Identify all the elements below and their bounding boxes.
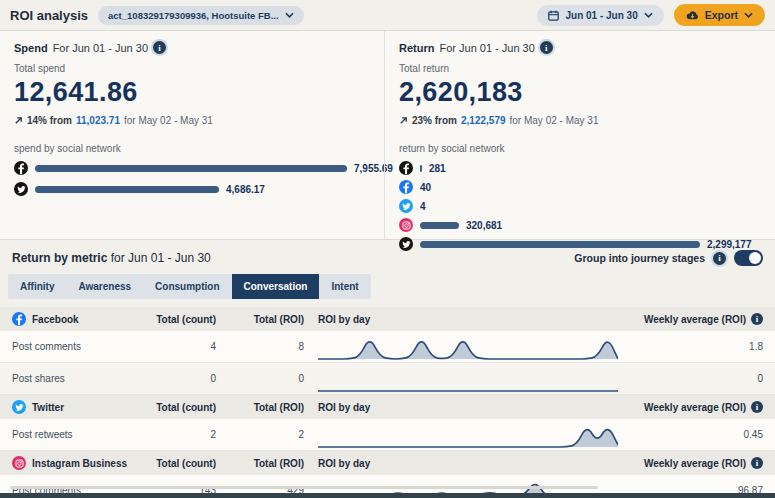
- section-header-instagram-business: Instagram BusinessTotal (count)Total (RO…: [0, 451, 775, 475]
- instagram-icon: [399, 218, 413, 232]
- toggle-knob: [749, 252, 761, 264]
- export-label: Export: [705, 9, 738, 21]
- trend-up-icon: [399, 116, 408, 125]
- network-bar-value: 320,681: [466, 220, 502, 231]
- total-spend-label: Total spend: [14, 63, 370, 74]
- metrics-table: FacebookTotal (count)Total (ROI)ROI by d…: [0, 307, 775, 498]
- metric-weekly-average: 0.45: [634, 429, 775, 440]
- metric-name: Post retweets: [0, 429, 128, 440]
- date-range-label: Jun 01 - Jun 30: [565, 10, 637, 21]
- col-weekly-average: Weekly average (ROI)i: [634, 401, 775, 413]
- return-change-period: for May 02 - May 31: [510, 115, 599, 126]
- weekly-average-label: Weekly average (ROI): [644, 458, 746, 469]
- spend-subtitle: For Jun 01 - Jun 30: [53, 42, 148, 54]
- section-header-facebook: FacebookTotal (count)Total (ROI)ROI by d…: [0, 307, 775, 331]
- calendar-icon: [548, 10, 559, 21]
- horizontal-scrollbar[interactable]: [10, 486, 598, 489]
- tab-affinity[interactable]: Affinity: [8, 274, 66, 299]
- spend-previous-value-link[interactable]: 11,023.71: [76, 115, 120, 126]
- network-label: Twitter: [32, 402, 64, 413]
- info-icon[interactable]: i: [153, 41, 166, 54]
- col-total-roi: Total (ROI): [216, 458, 304, 469]
- col-total-roi: Total (ROI): [216, 314, 304, 325]
- metric-sparkline-cell: [304, 364, 634, 394]
- total-return-label: Total return: [399, 63, 761, 74]
- col-weekly-average: Weekly average (ROI)i: [634, 313, 775, 325]
- metric-roi: 0: [216, 373, 304, 384]
- network-bar-value: 2,299,177: [707, 239, 752, 250]
- window-bottom-edge: [0, 493, 775, 498]
- network-bar-row: 320,681: [399, 218, 761, 232]
- return-panel-title: Return For Jun 01 - Jun 30 i: [399, 41, 761, 54]
- col-total-roi: Total (ROI): [216, 402, 304, 413]
- network-label: Facebook: [32, 314, 79, 325]
- summary-panels: Spend For Jun 01 - Jun 30 i Total spend …: [0, 31, 775, 240]
- return-change-line: 23% from 2,122,579 for May 02 - May 31: [399, 115, 761, 126]
- spend-panel-title: Spend For Jun 01 - Jun 30 i: [14, 41, 370, 54]
- chevron-down-icon: [285, 12, 294, 18]
- roi-by-day-sparkline: [318, 420, 618, 450]
- facebook-dark-icon: [399, 161, 413, 175]
- ad-account-dropdown[interactable]: act_108329179309936, Hootsuite FB...: [98, 6, 304, 25]
- info-icon[interactable]: i: [751, 457, 763, 469]
- col-weekly-average: Weekly average (ROI)i: [634, 457, 775, 469]
- export-button[interactable]: Export: [674, 4, 765, 26]
- info-icon[interactable]: i: [540, 41, 553, 54]
- metric-name: Post shares: [0, 373, 128, 384]
- spend-by-network-chart: 7,955.694,686.17: [14, 161, 370, 196]
- col-total-count: Total (count): [128, 458, 216, 469]
- ad-account-label: act_108329179309936, Hootsuite FB...: [108, 10, 279, 21]
- twitter-dark-icon: [14, 182, 28, 196]
- twitter-dark-icon: [399, 237, 413, 251]
- network-bar: [420, 165, 422, 172]
- table-row-post-retweets: Post retweets220.45: [0, 419, 775, 451]
- table-row-post-shares: Post shares000: [0, 363, 775, 395]
- page-title: ROI analysis: [10, 8, 88, 23]
- spend-panel: Spend For Jun 01 - Jun 30 i Total spend …: [0, 31, 384, 239]
- total-spend-value: 12,641.86: [14, 77, 370, 108]
- journey-stages-toggle[interactable]: [734, 250, 763, 266]
- network-bar-row: 4,686.17: [14, 182, 370, 196]
- twitter-icon: [12, 400, 26, 414]
- facebook-icon: [399, 180, 413, 194]
- metric-name: Post comments: [0, 341, 128, 352]
- col-roi-by-day: ROI by day: [304, 402, 634, 413]
- info-icon[interactable]: i: [751, 401, 763, 413]
- date-range-picker[interactable]: Jun 01 - Jun 30: [537, 5, 663, 26]
- return-by-metric-section: Return by metric for Jun 01 - Jun 30 Gro…: [0, 240, 775, 498]
- tab-awareness[interactable]: Awareness: [66, 274, 143, 299]
- network-bar-value: 4,686.17: [226, 184, 265, 195]
- return-title: Return: [399, 42, 434, 54]
- tab-conversation[interactable]: Conversation: [232, 274, 320, 299]
- info-icon[interactable]: i: [751, 313, 763, 325]
- top-bar: ROI analysis act_108329179309936, Hootsu…: [0, 0, 775, 31]
- metric-count: 4: [128, 341, 216, 352]
- chevron-down-icon: [744, 12, 753, 18]
- weekly-average-label: Weekly average (ROI): [644, 402, 746, 413]
- metrics-subtitle: for Jun 01 - Jun 30: [111, 251, 211, 265]
- metric-weekly-average: 1.8: [634, 341, 775, 352]
- metrics-title-text: Return by metric: [12, 251, 107, 265]
- tab-consumption[interactable]: Consumption: [143, 274, 231, 299]
- return-bars-label: return by social network: [399, 143, 761, 154]
- journey-stages-label: Group into journey stages: [574, 252, 705, 264]
- trend-up-icon: [14, 116, 23, 125]
- network-bar-value: 281: [429, 163, 446, 174]
- spend-change-period: for May 02 - May 31: [124, 115, 213, 126]
- network-bar-value: 40: [420, 182, 431, 193]
- network-bar-value: 4: [420, 201, 426, 212]
- spend-change-line: 14% from 11,023.71 for May 02 - May 31: [14, 115, 370, 126]
- info-icon[interactable]: i: [713, 252, 726, 265]
- weekly-average-label: Weekly average (ROI): [644, 314, 746, 325]
- export-cloud-icon: [686, 10, 699, 21]
- return-previous-value-link[interactable]: 2,122,579: [461, 115, 506, 126]
- facebook-icon: [12, 312, 26, 326]
- tab-intent[interactable]: Intent: [319, 274, 370, 299]
- section-header-twitter: TwitterTotal (count)Total (ROI)ROI by da…: [0, 395, 775, 419]
- metric-sparkline-cell: [304, 420, 634, 450]
- network-bar-row: 2,299,177: [399, 237, 761, 251]
- col-roi-by-day: ROI by day: [304, 314, 634, 325]
- metric-count: 0: [128, 373, 216, 384]
- metric-tabs: AffinityAwarenessConsumptionConversation…: [8, 274, 371, 299]
- spend-bars-label: spend by social network: [14, 143, 370, 154]
